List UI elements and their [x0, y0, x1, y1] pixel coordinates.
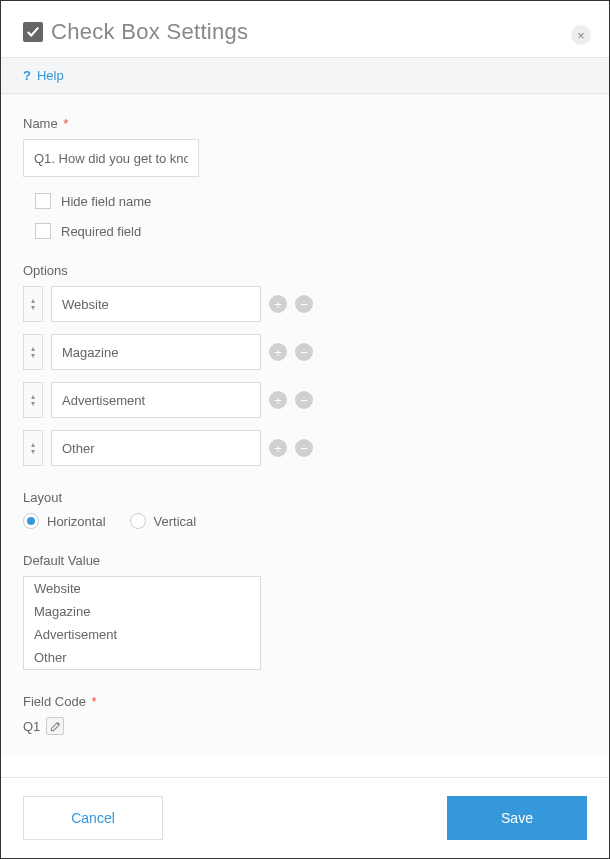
help-icon: ? — [23, 68, 31, 83]
name-label: Name * — [23, 116, 587, 131]
hide-field-checkbox[interactable] — [35, 193, 51, 209]
hide-field-label: Hide field name — [61, 194, 151, 209]
remove-option-button[interactable]: − — [295, 343, 313, 361]
layout-vertical-label: Vertical — [154, 514, 197, 529]
option-input[interactable] — [51, 286, 261, 322]
layout-vertical-radio[interactable] — [130, 513, 146, 529]
checkbox-icon — [23, 22, 43, 42]
option-input[interactable] — [51, 382, 261, 418]
option-drag-handle[interactable] — [23, 382, 43, 418]
required-checkbox[interactable] — [35, 223, 51, 239]
layout-label: Layout — [23, 490, 587, 505]
help-bar[interactable]: ? Help — [1, 57, 609, 94]
required-label: Required field — [61, 224, 141, 239]
field-code-value: Q1 — [23, 719, 40, 734]
layout-horizontal-radio[interactable] — [23, 513, 39, 529]
option-input[interactable] — [51, 430, 261, 466]
add-option-button[interactable]: + — [269, 343, 287, 361]
default-value-item[interactable]: Magazine — [24, 600, 260, 623]
layout-horizontal-label: Horizontal — [47, 514, 106, 529]
field-code-label: Field Code * — [23, 694, 587, 709]
help-link[interactable]: Help — [37, 68, 64, 83]
default-value-label: Default Value — [23, 553, 587, 568]
remove-option-button[interactable]: − — [295, 391, 313, 409]
option-drag-handle[interactable] — [23, 286, 43, 322]
remove-option-button[interactable]: − — [295, 295, 313, 313]
save-button[interactable]: Save — [447, 796, 587, 840]
default-value-item[interactable]: Advertisement — [24, 623, 260, 646]
default-value-item[interactable]: Other — [24, 646, 260, 669]
add-option-button[interactable]: + — [269, 295, 287, 313]
add-option-button[interactable]: + — [269, 439, 287, 457]
options-label: Options — [23, 263, 587, 278]
dialog-title: Check Box Settings — [51, 19, 248, 45]
default-value-item[interactable]: Website — [24, 577, 260, 600]
name-input[interactable] — [23, 139, 199, 177]
edit-icon[interactable] — [46, 717, 64, 735]
option-drag-handle[interactable] — [23, 334, 43, 370]
default-value-list[interactable]: WebsiteMagazineAdvertisementOther — [23, 576, 261, 670]
option-input[interactable] — [51, 334, 261, 370]
remove-option-button[interactable]: − — [295, 439, 313, 457]
option-drag-handle[interactable] — [23, 430, 43, 466]
add-option-button[interactable]: + — [269, 391, 287, 409]
close-button[interactable]: × — [571, 25, 591, 45]
cancel-button[interactable]: Cancel — [23, 796, 163, 840]
